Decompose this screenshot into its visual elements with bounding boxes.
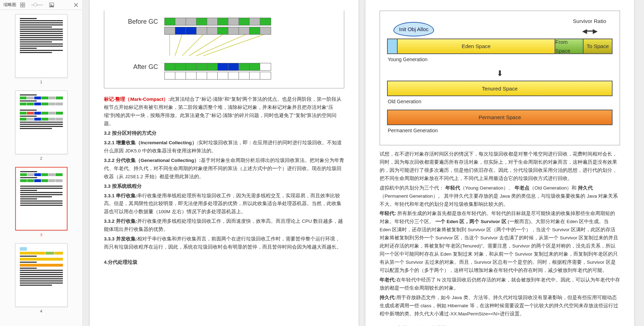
page-4: Init Obj Alloc Survivor Ratio ◀━━▶ Eden … <box>365 0 634 326</box>
section-3-2-title: 3.2 按分区对待的方式分 <box>104 129 344 138</box>
perm-gen-row: Permanent Space <box>387 110 613 125</box>
thumbnail-page-1[interactable]: 1 <box>0 14 82 84</box>
close-icon[interactable] <box>73 2 79 8</box>
thumbnail-number: 1 <box>40 80 42 84</box>
document-viewport[interactable]: Before GC <box>83 0 644 326</box>
after-gc-label: After GC <box>118 62 164 72</box>
gen-split-paragraph: 虚拟机中的共划分为三个代： 年轻代（Young Generation）、 年老点… <box>380 184 620 209</box>
gen-intro-paragraph: 试想，在不进行对象存活时间区分的情况下，每次垃圾回收都是对整个堆空间进行回收，花… <box>380 150 620 183</box>
section-3-3-title: 3.3 按系统线程分 <box>104 182 344 191</box>
thumbnail-list[interactable]: 1 2 <box>0 10 82 326</box>
app-root: 缩略图 <box>0 0 644 326</box>
to-space-cell: To Space <box>584 39 612 53</box>
young-gen-paragraph: 年轻代: 所有新生成的对象首先都是放在年轻代的。年轻代的目标就是尽可能快速的收集… <box>380 210 620 275</box>
svg-rect-0 <box>21 3 22 5</box>
thumbnail-page-4[interactable]: 4 <box>0 243 82 313</box>
svg-point-5 <box>50 4 51 5</box>
old-gen-paragraph: 年老代:在年轻代中经历了 N 次垃圾回收后仍然存活的对象，就会被放到年老代中。因… <box>380 276 620 292</box>
old-gen-row: Tenured Space <box>387 81 613 96</box>
mark-compact-diagram: Before GC <box>104 11 344 88</box>
section-3-3-2: 3.3.2 并行收集:并行收集使用多线程处理垃圾回收工作，因而速度快，效率高。而… <box>104 217 344 234</box>
thumbnail-number: 3 <box>40 233 42 237</box>
survivor-ratio-label: Survivor Ratio ◀━━▶ <box>573 17 606 36</box>
generation-diagram: Init Obj Alloc Survivor Ratio ◀━━▶ Eden … <box>380 11 620 145</box>
mark-compact-paragraph: 标记-整理（Mark-Compact）:此算法结合了"标记-清除"和"复制"两个… <box>104 95 344 128</box>
perm-space-cell: Permanent Space <box>388 110 612 124</box>
bidirectional-arrow-icon: ◀━━▶ <box>582 28 597 35</box>
young-gen-row: Eden Space From Space To Space <box>387 39 613 54</box>
section-3-2-2: 3.2.2 分代收集（Generational Collecting）:基于对对… <box>104 157 344 181</box>
tenured-space-cell: Tenured Space <box>388 81 612 95</box>
thumbnail-sidebar: 缩略图 <box>0 0 83 326</box>
page-3: Before GC <box>90 0 358 326</box>
thumbnail-page-2[interactable]: 2 <box>0 91 82 161</box>
section-4-title: 4.分代处理垃圾 <box>104 258 344 267</box>
section-3-3-1: 3.3.1 串行收集:串行收集使用单线程处理所有垃圾回收工作，因为无需多线程交互… <box>104 192 344 216</box>
from-space-cell: From Space <box>555 39 584 53</box>
thumbnail-number: 2 <box>40 156 42 161</box>
compact-arrows-icon <box>164 35 270 59</box>
before-gc-cells <box>164 18 271 25</box>
thumbnail-page-3[interactable]: 3 <box>0 167 82 237</box>
svg-rect-2 <box>21 5 22 7</box>
init-obj-alloc-bubble: Init Obj Alloc <box>393 22 434 37</box>
thumbnail-zoom-slider[interactable] <box>31 4 43 6</box>
down-arrow-icon: ⬇ <box>387 67 613 80</box>
section-5-title: 5.JAVA 中垃圾回收 GC 的类型 <box>380 325 620 326</box>
thumbnail-number: 4 <box>40 309 42 313</box>
svg-rect-1 <box>23 3 25 5</box>
before-gc-label: Before GC <box>118 16 164 27</box>
perm-gen-caption: Permanent Generation <box>388 127 613 135</box>
sidebar-title: 缩略图 <box>4 2 16 8</box>
eden-space-cell: Eden Space <box>398 39 555 53</box>
image-view-icon[interactable] <box>49 2 54 8</box>
after-gc-cells <box>164 63 271 71</box>
section-3-2-1: 3.2.1 增量收集（Incremental Collecting）:实时垃圾回… <box>104 139 344 155</box>
sidebar-header: 缩略图 <box>0 0 82 10</box>
young-gen-caption: Young Generation <box>388 56 613 64</box>
grid-view-icon[interactable] <box>20 2 25 8</box>
old-gen-caption: Old Generation <box>388 98 613 106</box>
svg-rect-3 <box>23 5 25 7</box>
section-3-3-3: 3.3.3 并发收集:相对于串行收集和并行收集而言，前面两个在进行垃圾回收工作时… <box>104 235 344 251</box>
perm-gen-paragraph: 持久代:用于存放静态文件，如今 Java 类、方法等。持久代对垃圾回收没有显著影… <box>380 294 620 318</box>
